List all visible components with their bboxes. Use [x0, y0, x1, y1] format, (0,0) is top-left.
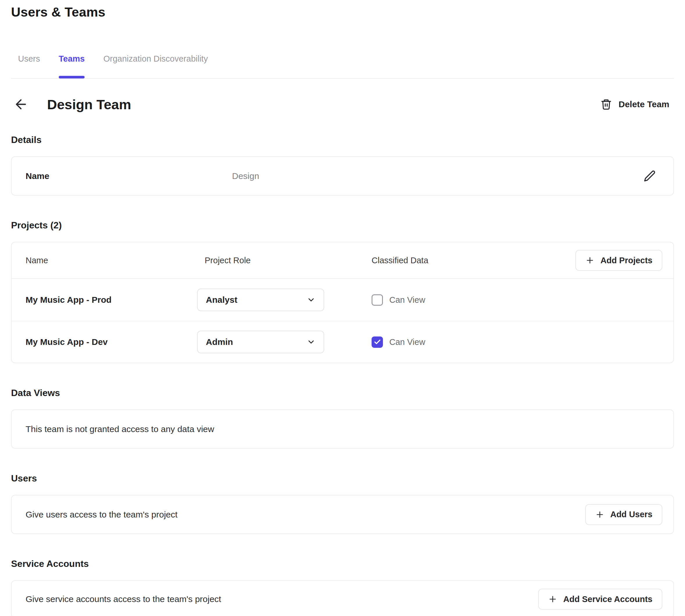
- project-name: My Music App - Prod: [26, 295, 197, 305]
- project-row: My Music App - Dev Admin Can View: [12, 321, 673, 362]
- data-views-card: This team is not granted access to any d…: [11, 410, 674, 449]
- chevron-down-icon: [307, 295, 316, 304]
- edit-name-button[interactable]: [641, 168, 658, 184]
- service-accounts-card: Give service accounts access to the team…: [11, 580, 674, 616]
- project-role-value: Admin: [206, 337, 307, 347]
- users-description: Give users access to the team's project: [26, 510, 585, 520]
- plus-icon: [585, 256, 595, 265]
- add-users-button[interactable]: Add Users: [585, 504, 662, 525]
- pencil-icon: [643, 170, 656, 182]
- project-role-select[interactable]: Admin: [197, 331, 324, 353]
- plus-icon: [548, 594, 557, 604]
- data-views-heading: Data Views: [11, 388, 674, 398]
- delete-team-label: Delete Team: [618, 100, 669, 109]
- can-view-checkbox[interactable]: [371, 294, 383, 306]
- users-heading: Users: [11, 473, 674, 484]
- projects-table: Name Project Role Classified Data Add Pr…: [11, 242, 674, 363]
- back-button[interactable]: [13, 95, 32, 114]
- team-header: Design Team Delete Team: [11, 91, 674, 118]
- column-header-classified-data: Classified Data: [371, 256, 575, 265]
- can-view-checkbox[interactable]: [371, 336, 383, 348]
- name-label: Name: [26, 171, 232, 181]
- add-service-accounts-label: Add Service Accounts: [563, 594, 652, 604]
- chevron-down-icon: [307, 338, 316, 346]
- project-role-select[interactable]: Analyst: [197, 288, 324, 311]
- add-projects-button[interactable]: Add Projects: [575, 250, 662, 271]
- project-role-value: Analyst: [206, 295, 307, 305]
- details-card: Name Design: [11, 156, 674, 196]
- check-icon: [373, 338, 381, 346]
- tab-organization-discoverability[interactable]: Organization Discoverability: [103, 54, 208, 78]
- delete-team-button[interactable]: Delete Team: [600, 98, 669, 110]
- add-service-accounts-button[interactable]: Add Service Accounts: [538, 589, 662, 610]
- column-header-project-role: Project Role: [197, 256, 371, 265]
- project-row: My Music App - Prod Analyst Can View: [12, 279, 673, 321]
- service-accounts-description: Give service accounts access to the team…: [26, 594, 538, 604]
- column-header-name: Name: [26, 256, 197, 265]
- team-title: Design Team: [47, 96, 131, 112]
- users-teams-page: Users & Teams Users Teams Organization D…: [0, 5, 685, 616]
- tab-bar: Users Teams Organization Discoverability: [11, 54, 674, 79]
- page-title: Users & Teams: [11, 5, 674, 20]
- tab-teams[interactable]: Teams: [59, 54, 85, 78]
- service-accounts-heading: Service Accounts: [11, 558, 674, 569]
- trash-icon: [600, 98, 612, 110]
- can-view-label: Can View: [389, 337, 425, 347]
- project-name: My Music App - Dev: [26, 337, 197, 347]
- add-users-label: Add Users: [610, 510, 652, 519]
- plus-icon: [595, 510, 604, 519]
- data-views-empty-text: This team is not granted access to any d…: [26, 424, 662, 434]
- tab-users[interactable]: Users: [18, 54, 40, 78]
- details-heading: Details: [11, 134, 674, 145]
- arrow-left-icon: [13, 97, 28, 112]
- projects-heading: Projects (2): [11, 220, 674, 231]
- users-card: Give users access to the team's project …: [11, 495, 674, 534]
- can-view-label: Can View: [389, 295, 425, 305]
- add-projects-label: Add Projects: [600, 256, 652, 265]
- name-value: Design: [232, 171, 641, 181]
- projects-table-header: Name Project Role Classified Data Add Pr…: [12, 242, 673, 279]
